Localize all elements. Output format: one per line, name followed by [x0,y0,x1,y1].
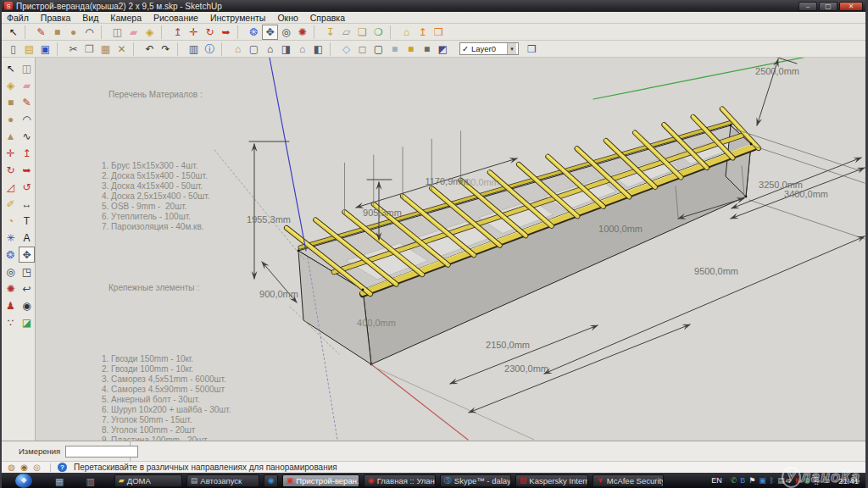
menu-edit[interactable]: Правка [41,13,70,23]
rotate-tool-icon[interactable]: ↻ [3,162,19,178]
menu-draw[interactable]: Рисование [153,13,198,23]
photo-textures-icon[interactable]: ❏ [354,25,370,40]
move-tool-icon[interactable]: ✛ [3,145,19,161]
line-tool-icon[interactable]: ✎ [33,25,49,40]
left-view-icon[interactable]: ◧ [310,42,326,57]
eraser-icon[interactable]: ▰ [125,25,142,40]
drawing-canvas[interactable]: Перечень Материалов : 1. Брус 15х15х300 … [36,58,865,441]
iso-view-icon[interactable]: ⌂ [230,42,246,57]
shadows-style-icon[interactable]: ◩ [435,42,451,57]
get-current-view-icon[interactable]: ↧ [322,25,338,40]
tray-network-icon[interactable]: ▣ [759,476,766,485]
tray-flag-icon[interactable]: ⚑ [748,476,755,485]
dropdown-arrow-icon[interactable]: ▾ [507,43,516,54]
delete-icon[interactable]: ✕ [114,42,130,57]
rectangle-tool-icon[interactable]: ■ [49,25,65,40]
paste-icon[interactable]: ▦ [97,42,114,57]
top-view-icon[interactable]: ▢ [246,42,262,57]
arc-tool-icon[interactable]: ◠ [19,111,35,127]
tray-b-icon[interactable]: B [740,476,745,485]
look-around-icon[interactable]: ◉ [19,297,35,313]
redo-icon[interactable]: ↷ [158,42,174,57]
zoom-tool-icon[interactable]: ◎ [278,25,294,40]
cut-icon[interactable]: ✂ [65,42,81,57]
minimize-button[interactable]: – [798,2,817,11]
axes-tool-icon[interactable]: ✳ [3,230,19,246]
menu-camera[interactable]: Камера [110,13,142,23]
polygon-tool-icon[interactable]: ▲ [3,128,19,144]
print-icon[interactable]: ▥ [186,42,202,57]
line-tool-icon[interactable]: ✎ [19,94,35,110]
hidden-line-style-icon[interactable]: ▢ [370,42,387,57]
task-skype[interactable]: ⓈSkype™ - dalayter [440,474,511,487]
maximize-button[interactable]: ▢ [819,2,837,11]
front-view-icon[interactable]: ⌂ [262,42,278,57]
titlebar[interactable]: S Пристрой-веранда(крыша2) 2 х 9,5 м.skp… [2,0,865,12]
zoom-extents-icon[interactable]: ✺ [294,25,310,40]
tray-bluetooth-icon[interactable]: ᛒ [770,476,774,485]
tray-phone-icon[interactable]: ✆ [731,476,737,485]
tray-signal-icon[interactable]: ⣿ [814,476,820,485]
menu-view[interactable]: Вид [82,13,98,23]
task-mcafee[interactable]: ▼McAfee Security ... [593,474,664,487]
circle-tool-icon[interactable]: ● [65,25,81,40]
3d-text-icon[interactable]: A [19,230,35,246]
shaded-style-icon[interactable]: ■ [387,42,403,57]
close-button[interactable]: ✕ [839,2,863,11]
freehand-tool-icon[interactable]: ∿ [19,128,35,144]
tray-kaspersky-icon[interactable]: K [795,476,800,485]
task-autorun[interactable]: ▤Автозапуск [186,474,259,487]
select-tool-icon[interactable]: ↖ [5,25,21,40]
circle-tool-icon[interactable]: ● [3,111,19,127]
pan-tool-icon[interactable]: ✥ [262,25,278,40]
zoom-extents-icon[interactable]: ✺ [3,280,19,297]
rotate-tool-icon[interactable]: ↻ [202,25,218,40]
select-tool-icon[interactable]: ↖ [3,60,19,76]
back-view-icon[interactable]: ⌂ [294,42,310,57]
get-models-icon[interactable]: ⌂ [398,25,415,40]
textured-style-icon[interactable]: ■ [403,42,419,57]
follow-me-tool-icon[interactable]: ➥ [19,162,35,178]
tray-globe-icon[interactable]: ◍ [804,476,810,485]
layer-dropdown[interactable]: ✓ Layer0 ▾ [459,42,519,55]
measurements-input[interactable] [65,446,138,458]
xray-style-icon[interactable]: ◇ [338,42,354,57]
arc-tool-icon[interactable]: ◠ [81,25,97,40]
undo-icon[interactable]: ↶ [142,42,158,57]
pushpull-tool-icon[interactable]: ↥ [19,145,35,161]
copy-icon[interactable]: ❐ [81,42,97,57]
scale-tool-icon[interactable]: ◿ [3,179,19,195]
menu-tools[interactable]: Инструменты [210,13,265,23]
pushpull-tool-icon[interactable]: ↥ [170,25,186,40]
layer-manager-icon[interactable]: ❒ [524,42,540,57]
task-doma[interactable]: ▰ДОМА [114,474,182,487]
taskbar-player-icon[interactable]: ▥ [86,473,94,488]
tray-volume-icon[interactable]: ♪ [788,476,793,485]
menu-help[interactable]: Справка [310,13,345,23]
zoom-tool-icon[interactable]: ◎ [3,263,19,280]
right-view-icon[interactable]: ◨ [278,42,294,57]
task-sketchup[interactable]: ▣Пристрой-веран... [282,474,359,487]
tray-clipboard-icon[interactable]: ▤ [777,476,785,485]
language-indicator[interactable]: EN [711,476,722,485]
pan-tool-icon[interactable]: ✥ [19,247,35,263]
paint-bucket-icon[interactable]: ◈ [3,77,19,93]
text-tool-icon[interactable]: T [19,213,35,229]
new-file-icon[interactable]: ▯ [5,42,21,57]
help-question-icon[interactable]: ? [58,463,67,472]
eraser-icon[interactable]: ▰ [19,77,35,93]
task-glavnaya[interactable]: ◉Главная :: Улано... [364,474,436,487]
paint-bucket-icon[interactable]: ◈ [142,25,158,40]
model-info-icon[interactable]: ⓘ [202,42,218,57]
menu-file[interactable]: Файл [7,13,29,23]
task-browser[interactable]: ◉ [264,474,278,487]
tray-display-icon[interactable]: ▭ [823,476,831,485]
protractor-icon[interactable]: ◔ [3,213,19,229]
zoom-window-icon[interactable]: ◳ [19,263,35,280]
share-models-icon[interactable]: ↥ [415,25,431,40]
toggle-terrain-icon[interactable]: ▱ [338,25,354,40]
follow-me-tool-icon[interactable]: ➥ [218,25,234,40]
move-tool-icon[interactable]: ✛ [186,25,202,40]
zoom-previous-icon[interactable]: ↩ [19,280,35,297]
walk-tool-icon[interactable]: ∵ [3,314,19,330]
